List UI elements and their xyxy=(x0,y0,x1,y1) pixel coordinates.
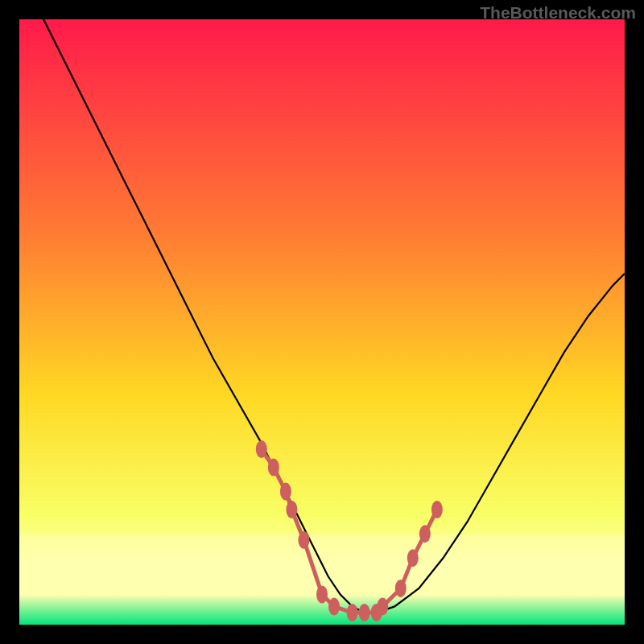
marker-dot xyxy=(359,604,370,621)
marker-dot xyxy=(268,458,279,476)
pale-band xyxy=(19,535,625,583)
marker-dot xyxy=(431,501,443,518)
gradient-fill xyxy=(19,19,625,625)
marker-dot xyxy=(328,597,340,615)
marker-dot xyxy=(347,604,358,621)
marker-dot xyxy=(286,501,297,518)
marker-dot xyxy=(256,440,267,458)
chart-stage: TheBottleneck.com xyxy=(0,0,644,644)
marker-dot xyxy=(377,597,388,615)
marker-dot xyxy=(280,483,291,501)
chart-svg xyxy=(19,19,625,625)
marker-dot xyxy=(298,531,309,549)
marker-dot xyxy=(395,580,407,597)
plot-area xyxy=(19,19,625,625)
marker-dot xyxy=(316,585,328,603)
marker-dot xyxy=(407,549,419,567)
marker-dot xyxy=(419,525,431,543)
